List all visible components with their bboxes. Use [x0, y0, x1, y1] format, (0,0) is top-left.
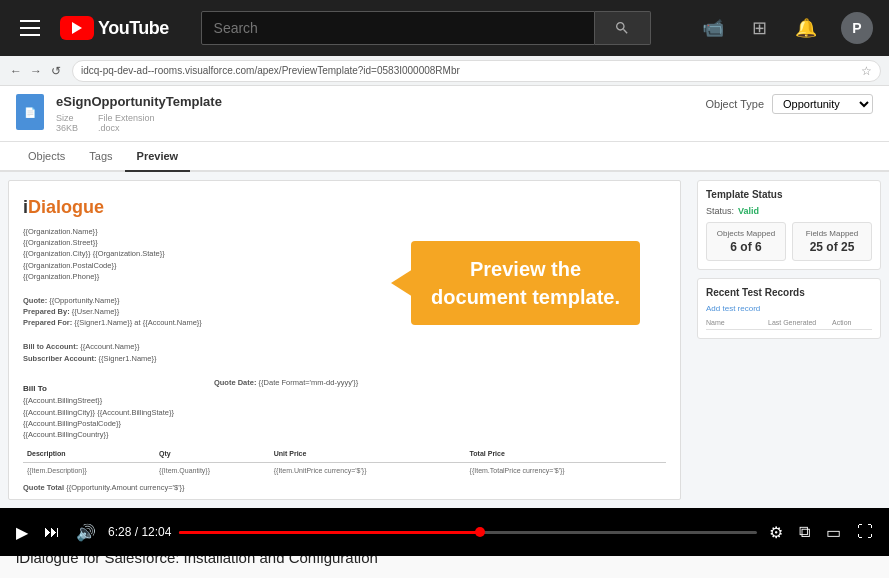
play-icon: ▶ — [16, 523, 28, 542]
quote-total-line: Quote Total {{Opportunity.Amount currenc… — [23, 482, 666, 493]
tab-tags[interactable]: Tags — [77, 142, 124, 172]
stats-grid: Objects Mapped 6 of 6 Fields Mapped 25 o… — [706, 222, 872, 261]
upload-video-button[interactable]: 📹 — [698, 13, 728, 43]
status-row: Status: Valid — [706, 206, 872, 216]
search-input[interactable]: Search — [201, 11, 595, 45]
right-panel: Template Status Status: Valid Objects Ma… — [689, 172, 889, 508]
video-content: ← → ↺ idcq-pq-dev-ad--rooms.visualforce.… — [0, 56, 889, 508]
tab-preview[interactable]: Preview — [125, 142, 191, 172]
video-progress-bar[interactable] — [179, 531, 757, 534]
header-right: 📹 ⊞ 🔔 P — [698, 12, 873, 44]
fields-mapped-label: Fields Mapped — [799, 229, 865, 238]
app-main: 📄 eSignOpportunityTemplate Size 36KB Fil… — [0, 86, 889, 508]
col-action: Action — [832, 319, 872, 326]
line-items-table: Description Qty Unit Price Total Price {… — [23, 446, 666, 477]
time-display: 6:28 / 12:04 — [108, 525, 171, 539]
bell-icon: 🔔 — [795, 17, 817, 39]
tab-objects[interactable]: Objects — [16, 142, 77, 172]
bill-to-section-label: Bill To — [23, 383, 174, 396]
fields-mapped-box: Fields Mapped 25 of 25 — [792, 222, 872, 261]
controls-right: ⚙ ⧉ ▭ ⛶ — [765, 519, 877, 546]
video-container: ← → ↺ idcq-pq-dev-ad--rooms.visualforce.… — [0, 56, 889, 536]
search-bar: Search — [201, 11, 651, 45]
document-preview: iDialogue {{Organization.Name}} {{Organi… — [8, 180, 681, 500]
document-icon: 📄 — [16, 94, 44, 130]
play-pause-button[interactable]: ▶ — [12, 519, 32, 546]
template-status-panel: Template Status Status: Valid Objects Ma… — [697, 180, 881, 270]
search-icon — [614, 20, 630, 36]
miniplayer-button[interactable]: ⧉ — [795, 519, 814, 545]
video-controls: ▶ ⏭ 🔊 6:28 / 12:04 ⚙ ⧉ ▭ ⛶ — [0, 508, 889, 556]
col-name: Name — [706, 319, 764, 326]
video-progress-fill — [179, 531, 479, 534]
volume-button[interactable]: 🔊 — [72, 519, 100, 546]
fullscreen-icon: ⛶ — [857, 523, 873, 541]
doc-extension: File Extension .docx — [98, 113, 155, 133]
objects-mapped-box: Objects Mapped 6 of 6 — [706, 222, 786, 261]
doc-size: Size 36KB — [56, 113, 78, 133]
settings-button[interactable]: ⚙ — [765, 519, 787, 546]
recent-test-records-panel: Recent Test Records Add test record Name… — [697, 278, 881, 339]
hamburger-icon — [20, 20, 40, 36]
browser-nav-buttons: ← → ↺ — [8, 63, 64, 79]
youtube-logo[interactable]: YouTube — [60, 16, 169, 40]
document-info: eSignOpportunityTemplate Size 36KB File … — [56, 94, 222, 133]
current-time: 6:28 — [108, 525, 131, 539]
status-label: Status: — [706, 206, 734, 216]
browser-bookmark-icon: ☆ — [861, 64, 872, 78]
browser-url-bar[interactable]: idcq-pq-dev-ad--rooms.visualforce.com/ap… — [72, 60, 881, 82]
doc-ext-label: File Extension — [98, 113, 155, 123]
fullscreen-button[interactable]: ⛶ — [853, 519, 877, 545]
tabs-bar: Objects Tags Preview — [0, 142, 889, 172]
search-button[interactable] — [595, 11, 651, 45]
doc-size-label: Size — [56, 113, 78, 123]
user-avatar[interactable]: P — [841, 12, 873, 44]
header-left: YouTube — [16, 16, 169, 40]
notifications-button[interactable]: 🔔 — [791, 13, 821, 43]
callout-text: Preview the document template. — [431, 258, 620, 308]
document-meta: Size 36KB File Extension .docx — [56, 113, 222, 133]
browser-url-text: idcq-pq-dev-ad--rooms.visualforce.com/ap… — [81, 65, 460, 76]
records-table-header: Name Last Generated Action — [706, 319, 872, 330]
bill-to-account-line: Bill to Account: {{Account.Name}} — [23, 341, 666, 352]
object-type-dropdown[interactable]: Opportunity — [772, 94, 873, 114]
theater-icon: ▭ — [826, 523, 841, 542]
video-camera-icon: 📹 — [702, 17, 724, 39]
grid-icon: ⊞ — [752, 17, 767, 39]
apps-button[interactable]: ⊞ — [748, 13, 771, 43]
add-record-link[interactable]: Add test record — [706, 304, 872, 313]
subscriber-account-line: Subscriber Account: {{Signer1.Name}} — [23, 353, 666, 364]
document-title: eSignOpportunityTemplate — [56, 94, 222, 109]
logo-dialogue: Dialogue — [28, 197, 104, 217]
doc-size-value: 36KB — [56, 123, 78, 133]
object-type-label: Object Type — [706, 98, 765, 110]
youtube-logo-text: YouTube — [98, 18, 169, 39]
theater-mode-button[interactable]: ▭ — [822, 519, 845, 546]
settings-icon: ⚙ — [769, 523, 783, 542]
volume-icon: 🔊 — [76, 523, 96, 542]
document-header: 📄 eSignOpportunityTemplate Size 36KB Fil… — [0, 86, 889, 142]
browser-back-button[interactable]: ← — [8, 63, 24, 79]
test-records-header: Recent Test Records — [706, 287, 872, 304]
object-type-selector: Object Type Opportunity — [706, 94, 874, 114]
browser-forward-button[interactable]: → — [28, 63, 44, 79]
objects-mapped-value: 6 of 6 — [713, 240, 779, 254]
youtube-header: YouTube Search 📹 ⊞ 🔔 P — [0, 0, 889, 56]
skip-button[interactable]: ⏭ — [40, 519, 64, 545]
org-name-field: {{Organization.Name}} — [23, 226, 666, 237]
objects-mapped-label: Objects Mapped — [713, 229, 779, 238]
doc-ext-value: .docx — [98, 123, 155, 133]
idialogue-logo: iDialogue — [23, 193, 666, 222]
miniplayer-icon: ⧉ — [799, 523, 810, 541]
test-records-title: Recent Test Records — [706, 287, 805, 298]
content-area: iDialogue {{Organization.Name}} {{Organi… — [0, 172, 889, 508]
document-preview-inner: iDialogue {{Organization.Name}} {{Organi… — [9, 181, 680, 500]
col-last-generated: Last Generated — [768, 319, 828, 326]
status-value: Valid — [738, 206, 759, 216]
browser-bar: ← → ↺ idcq-pq-dev-ad--rooms.visualforce.… — [0, 56, 889, 86]
browser-refresh-button[interactable]: ↺ — [48, 63, 64, 79]
terms-footer: Terms and Conditions — [23, 499, 666, 500]
hamburger-button[interactable] — [16, 16, 44, 40]
app-content: 📄 eSignOpportunityTemplate Size 36KB Fil… — [0, 86, 889, 508]
fields-mapped-value: 25 of 25 — [799, 240, 865, 254]
